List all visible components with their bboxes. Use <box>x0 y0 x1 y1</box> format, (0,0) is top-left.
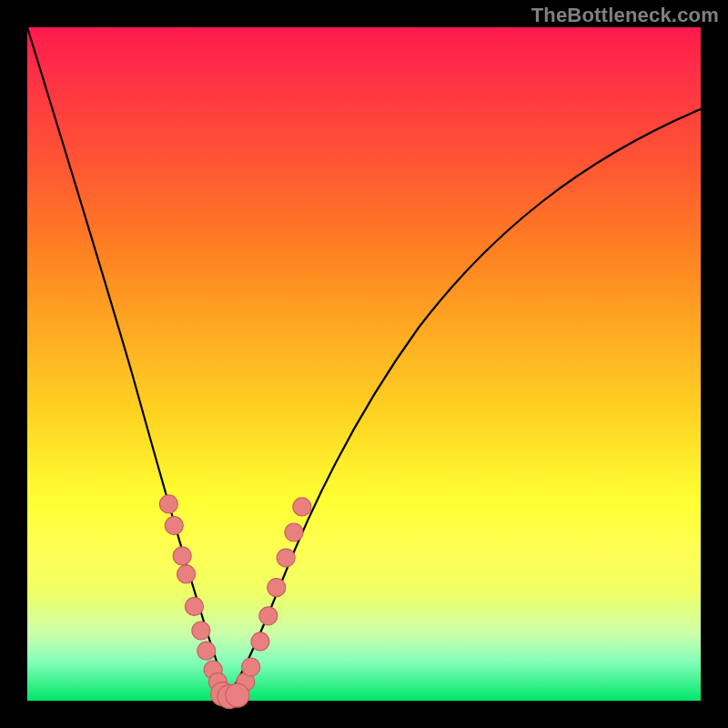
marker-dot <box>177 565 196 583</box>
marker-dot <box>242 658 260 676</box>
plot-area <box>27 27 701 701</box>
marker-dot <box>159 495 177 513</box>
marker-dot <box>251 632 269 651</box>
chart-frame: TheBottleneck.com <box>0 0 728 728</box>
bottom-blob <box>211 682 249 709</box>
marker-dot <box>197 642 216 660</box>
marker-dot <box>268 579 286 597</box>
salmon-dots <box>159 495 311 706</box>
marker-dot <box>285 523 303 541</box>
marker-dot <box>173 547 191 565</box>
watermark-text: TheBottleneck.com <box>531 4 719 27</box>
marker-dot <box>192 622 210 640</box>
marker-dot <box>277 549 295 567</box>
marker-dot <box>259 607 278 625</box>
marker-dot <box>293 498 311 516</box>
marker-layer <box>27 27 701 701</box>
marker-dot <box>186 597 204 615</box>
marker-dot <box>165 517 183 535</box>
marker-blob <box>226 683 249 707</box>
